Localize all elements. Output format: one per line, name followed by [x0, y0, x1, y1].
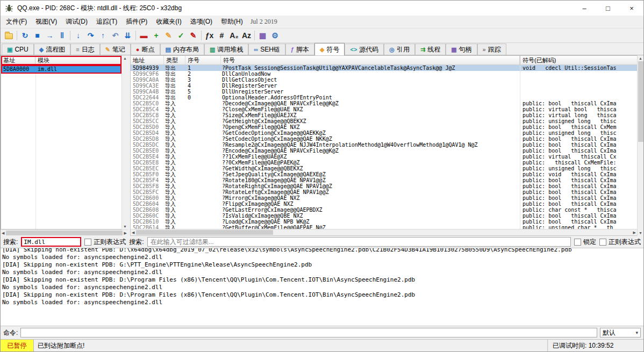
symbol-row[interactable]: 5D99CA3E导出4DllRegisterServer: [131, 83, 637, 89]
scroll-up-icon[interactable]: ▲: [122, 55, 128, 61]
highlight-pen-button[interactable]: ✎: [187, 30, 199, 42]
symbols-header-ordinal[interactable]: 序号: [185, 56, 221, 64]
symbol-row[interactable]: 5DC2B5C8导入?Size@CxMemFile@@UAEJXZpublic:…: [131, 112, 637, 118]
symbol-row[interactable]: 5DC2B5E0导入?Encode@CxImage@@QAE_NPAVCxFil…: [131, 148, 637, 154]
strings-a2-button[interactable]: A₂: [228, 30, 240, 42]
symbol-row[interactable]: 5DC2B5E4导入??1CxMemFile@@UAE@XZpublic: vi…: [131, 154, 637, 160]
tab-handles[interactable]: ▦句柄: [446, 44, 477, 55]
symbol-regex-checkbox[interactable]: [599, 239, 606, 246]
tab-notes[interactable]: ✎笔记: [100, 44, 131, 55]
tab-breakpoints[interactable]: ●断点: [131, 44, 160, 55]
menu-item[interactable]: 帮助(H): [217, 15, 247, 28]
module-search-input[interactable]: [21, 237, 81, 247]
symbols-header-address[interactable]: 地址: [131, 56, 164, 64]
menu-item[interactable]: 选项(O): [186, 15, 217, 28]
lock-checkbox[interactable]: [574, 239, 581, 246]
tab-call-stack[interactable]: ▥调用堆栈: [204, 44, 248, 55]
symbol-row[interactable]: 5D984939导出1?PostTask_Session@SessionTask…: [131, 65, 637, 71]
pause-button[interactable]: ‖: [56, 30, 68, 42]
menu-item[interactable]: 收藏夹(I): [152, 15, 185, 28]
tab-cpu[interactable]: ▣CPU: [2, 44, 34, 55]
memory-map-button[interactable]: ▦: [256, 30, 269, 42]
scroll-right-icon[interactable]: ▶: [632, 229, 637, 235]
symbol-row[interactable]: 5DC2B610导入?Load@CxImage@@QAE_NPB_WK@Zpub…: [131, 219, 637, 225]
menu-item[interactable]: 文件(F): [2, 15, 31, 28]
symbol-row[interactable]: 5DC2B614导入?GetBuffer@CxMemFile@@QAEPAE_N…: [131, 225, 637, 229]
title-bar[interactable]: QQ.exe - PID: 268C - 模块: ntdll.dll - 线程:…: [1, 1, 643, 16]
symbols-table-header[interactable]: 地址 类型 序号 符号 符号(已解码): [131, 56, 637, 65]
symbols-table[interactable]: 地址 类型 序号 符号 符号(已解码) 5D984939导出1?PostTask…: [130, 55, 637, 236]
symbol-row[interactable]: 5DC2B60C导入?IsValid@CxImage@@QBE_NXZpubli…: [131, 213, 637, 219]
symbol-row[interactable]: 5DC2B5DC导入?Resample2@CxImage@@QAE_NJJW4I…: [131, 142, 637, 148]
close-button[interactable]: ×: [620, 1, 643, 16]
minimize-button[interactable]: –: [573, 1, 596, 16]
menu-item[interactable]: 追踪(T): [92, 15, 121, 28]
modules-header-module[interactable]: 模块: [35, 56, 121, 64]
symbols-header-symbol[interactable]: 符号: [221, 56, 520, 64]
favourites-check-button[interactable]: ✓: [175, 30, 187, 42]
stop-button[interactable]: ■: [31, 30, 44, 42]
symbols-header-type[interactable]: 类型: [164, 56, 185, 64]
animate-button[interactable]: ⇊: [121, 30, 134, 42]
symbol-row[interactable]: 5DC2B600导入?Mirror@CxImage@@QAE_NXZpublic…: [131, 195, 637, 201]
tab-log[interactable]: ≡日志: [70, 44, 99, 55]
menu-item[interactable]: 视图(V): [31, 15, 61, 28]
symbols-horizontal-scrollbar[interactable]: ◀ ▶: [131, 229, 637, 235]
comment-button[interactable]: ✎: [162, 30, 175, 42]
symbol-row[interactable]: 5DC2B5E8导入??0CxMemFile@@QAE@PAEK@Zpublic…: [131, 160, 637, 166]
scroll-thumb[interactable]: [638, 61, 643, 142]
hash-button[interactable]: #: [216, 30, 228, 42]
tab-graph[interactable]: ◈流程图: [34, 44, 70, 55]
patch-button[interactable]: +: [150, 30, 162, 42]
scroll-down-icon[interactable]: ▼: [638, 230, 643, 236]
scroll-left-icon[interactable]: ◀: [1, 230, 5, 236]
symbols-vertical-scrollbar[interactable]: ▲ ▼: [637, 55, 643, 236]
tab-source-code[interactable]: <>源代码: [345, 44, 384, 55]
profile-dropdown[interactable]: 默认 ▾: [600, 328, 641, 337]
module-regex-checkbox[interactable]: [84, 239, 91, 246]
scroll-thumb[interactable]: [6, 231, 122, 235]
symbol-row[interactable]: 5DC2B5F4导入?Rotate180@CxImage@@QAE_NPAV1@…: [131, 177, 637, 183]
modules-horizontal-scrollbar[interactable]: ◀ ▶: [1, 229, 128, 236]
open-file-button[interactable]: [3, 30, 15, 42]
symbols-header-decoded[interactable]: 符号(已解码): [520, 56, 637, 64]
step-back-button[interactable]: ↶: [109, 30, 121, 42]
tab-symbols[interactable]: ◆符号: [314, 43, 345, 55]
symbol-row[interactable]: 5DC2B5EC导入?GetWidth@CxImage@@QBEKXZpubli…: [131, 166, 637, 171]
restart-button[interactable]: ↻: [19, 30, 31, 42]
symbol-row[interactable]: 5DC2B5F0导入?SetJpegQuality@CxImage@@QAEXE…: [131, 171, 637, 177]
tab-threads[interactable]: ⇉线程: [415, 44, 446, 55]
trace-fx-button[interactable]: ƒx: [203, 30, 216, 42]
log-view[interactable]: [DIA] Skipping non-existent PDB: D:\x64d…: [1, 248, 643, 326]
modules-table[interactable]: 基址 模块 5D8A0000 im.dll: [1, 55, 121, 229]
tab-seh[interactable]: ∞SEH链: [248, 44, 285, 55]
symbol-search-input[interactable]: [147, 237, 571, 247]
settings-gear-button[interactable]: ⚙: [269, 30, 281, 42]
scroll-right-icon[interactable]: ▶: [123, 230, 128, 236]
symbol-row[interactable]: 5DC2B5C4导入?Close@CxMemFile@@UAE_NXZpubli…: [131, 106, 637, 112]
step-into-button[interactable]: ↓: [72, 30, 84, 42]
modules-vertical-scrollbar[interactable]: ▲ ▼: [121, 55, 128, 229]
scroll-thumb[interactable]: [136, 230, 273, 235]
scroll-down-icon[interactable]: ▼: [122, 224, 128, 229]
symbol-row[interactable]: 5DC2B604导入?Flip@CxImage@@QAE_NXZpublic: …: [131, 201, 637, 207]
scroll-up-icon[interactable]: ▲: [638, 55, 643, 61]
maximize-button[interactable]: □: [596, 1, 620, 16]
symbol-row[interactable]: 5DC2B5D0导入?Open@CxMemFile@@QAE_NXZpublic…: [131, 124, 637, 130]
symbol-row[interactable]: 5DC2B608导入?GetLastError@CxImage@@QAEPBDX…: [131, 207, 637, 213]
strings-az-button[interactable]: Az: [240, 30, 253, 42]
tab-trace[interactable]: »跟踪: [477, 44, 506, 55]
tab-memory-map[interactable]: ▤内存布局: [160, 44, 204, 55]
scroll-left-icon[interactable]: ◀: [131, 229, 135, 235]
symbol-row[interactable]: 5DC2B5FC导入?RotateLeft@CxImage@@QAE_NPAV1…: [131, 189, 637, 195]
hide-debugger-button[interactable]: ▬: [138, 30, 150, 42]
symbol-row[interactable]: 5D99CA0A导出3DllGetClassObject: [131, 77, 637, 83]
symbol-row[interactable]: 5D99C9F6导出2DllCanUnloadNow: [131, 71, 637, 77]
menu-item[interactable]: 调试(D): [61, 15, 92, 28]
symbol-row[interactable]: 5D99CA4B导出5DllUnregisterServer: [131, 89, 637, 95]
symbol-row[interactable]: 5DC2B5F8导入?RotateRight@CxImage@@QAE_NPAV…: [131, 183, 637, 189]
command-input[interactable]: [20, 328, 597, 337]
modules-header-base[interactable]: 基址: [1, 56, 35, 64]
symbol-row[interactable]: 5DC2B5C0导入?Decode@CxImage@@QAE_NPAVCxFil…: [131, 100, 637, 106]
modules-table-header[interactable]: 基址 模块: [1, 56, 121, 65]
